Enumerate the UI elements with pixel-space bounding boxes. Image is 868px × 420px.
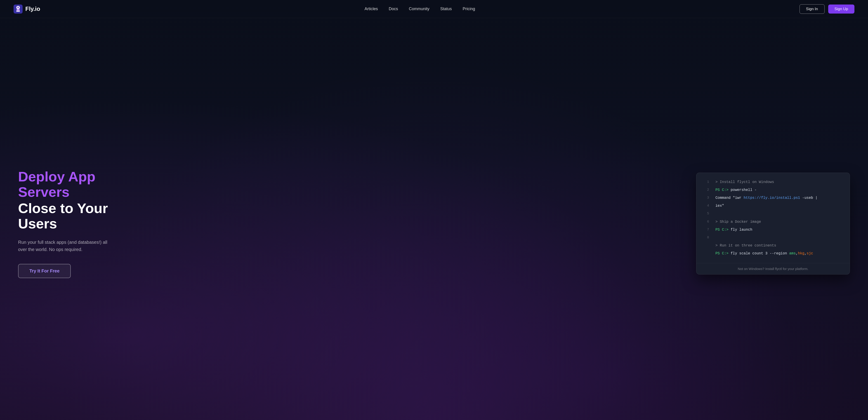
terminal-prompt-7: PS C:> (715, 228, 728, 232)
signin-button[interactable]: Sign In (800, 4, 825, 14)
signup-button[interactable]: Sign Up (828, 4, 855, 13)
terminal-comment-9: > Run it on three continents (715, 243, 844, 249)
terminal-line-9: > Run it on three continents (696, 242, 850, 250)
terminal-footer: Not on Windows? Install flyctl for your … (696, 263, 850, 274)
main-content: Deploy App Servers Close to Your Users R… (0, 18, 868, 420)
terminal-line-4: 4 iex" (696, 202, 850, 210)
hero-title-line2: Close to Your Users (18, 201, 135, 231)
terminal-comment-6: > Ship a Docker image (715, 219, 844, 225)
terminal-line-5: 5 (696, 210, 850, 218)
nav-status[interactable]: Status (440, 6, 452, 11)
nav-actions: Sign In Sign Up (800, 4, 855, 14)
terminal-line-2: 2 PS C:> powershell - (696, 186, 850, 194)
terminal-line-6: 6 > Ship a Docker image (696, 218, 850, 226)
nav-pricing[interactable]: Pricing (463, 6, 475, 11)
terminal-line-10: PS C:> fly scale count 3 --region ams,hk… (696, 250, 850, 258)
nav-docs[interactable]: Docs (389, 6, 398, 11)
terminal-window: 1 > Install flyctl on Windows 2 PS C:> p… (696, 172, 850, 275)
terminal-line-1: 1 > Install flyctl on Windows (696, 178, 850, 186)
terminal-line-3: 3 Command "iwr https://fly.io/install.ps… (696, 194, 850, 202)
terminal-prompt-2: PS C:> (715, 188, 728, 192)
terminal-section: 1 > Install flyctl on Windows 2 PS C:> p… (696, 172, 850, 275)
hero-section: Deploy App Servers Close to Your Users R… (18, 169, 135, 278)
terminal-body: 1 > Install flyctl on Windows 2 PS C:> p… (696, 173, 850, 263)
terminal-line-7: 7 PS C:> fly launch (696, 226, 850, 234)
terminal-prompt-10: PS C:> (715, 252, 728, 256)
nav-articles[interactable]: Articles (365, 6, 378, 11)
hero-subtitle: Run your full stack apps (and databases!… (18, 238, 113, 253)
nav-links: Articles Docs Community Status Pricing (365, 6, 475, 11)
try-free-button[interactable]: Try It For Free (18, 264, 71, 278)
hero-title-line1: Deploy App Servers (18, 169, 135, 200)
nav-community[interactable]: Community (409, 6, 430, 11)
svg-point-1 (18, 7, 19, 8)
terminal-line-8: 8 (696, 234, 850, 242)
logo-icon (13, 4, 23, 13)
logo-text: Fly.io (25, 5, 40, 12)
terminal-comment-1: > Install flyctl on Windows (715, 179, 844, 185)
navbar: Fly.io Articles Docs Community Status Pr… (0, 0, 868, 18)
logo-link[interactable]: Fly.io (13, 4, 40, 13)
